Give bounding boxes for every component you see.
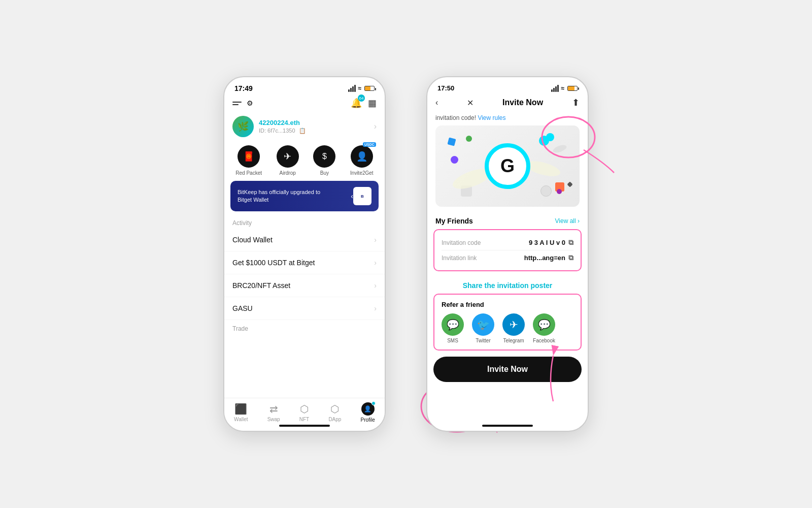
dapp-label: DApp: [328, 417, 341, 422]
qa-airdrop[interactable]: ✈ Airdrop: [277, 145, 299, 176]
nav-wallet[interactable]: ⬛ Wallet: [234, 403, 248, 422]
signal-icon-2: [551, 85, 559, 92]
grid-icon[interactable]: ▦: [368, 98, 377, 109]
phone-2: 17:50 ≈ ‹ ✕ Invit: [426, 76, 589, 432]
activity-gasu[interactable]: GASU ›: [224, 297, 385, 320]
invitation-link-value: http...ang=en ⧉: [524, 253, 573, 262]
social-row: 💬 SMS 🐦 Twitter ✈ Telegram 💬 Facebook: [442, 313, 573, 343]
nft-icon: ⬡: [300, 403, 309, 415]
page-title: Invite Now: [502, 98, 543, 107]
invitation-link-label: Invitation link: [442, 255, 477, 262]
invitation-code-row: Invitation code 9 3 A I U v 0 ⧉: [442, 235, 573, 250]
cloud-wallet-label: Cloud Wallet: [232, 236, 273, 244]
status-icons-1: ≈: [348, 85, 375, 92]
telegram-icon: ✈: [502, 313, 525, 336]
time-2: 17:50: [437, 84, 454, 92]
red-packet-label: Red Packet: [235, 170, 262, 176]
swap-label: Swap: [267, 417, 280, 422]
nav-dapp[interactable]: ⬡ DApp: [328, 403, 341, 422]
share-poster-button[interactable]: Share the invitation poster: [427, 277, 588, 294]
profile-dot: [371, 401, 376, 405]
copy-link-icon[interactable]: ⧉: [568, 253, 573, 262]
wallet-icon: ⬛: [234, 403, 247, 415]
airdrop-label: Airdrop: [280, 170, 296, 176]
chevron-icon: ›: [374, 281, 377, 290]
copy-icon[interactable]: 📋: [299, 128, 306, 134]
view-rules-link[interactable]: View rules: [478, 114, 505, 121]
notification-bell-icon[interactable]: 🔔 64: [351, 98, 362, 109]
profile-row[interactable]: 🌿 42200224.eth ID: 6f7c...1350 📋 ›: [224, 113, 385, 142]
upgrade-banner[interactable]: BitKeep has officially upgraded toBitget…: [230, 181, 379, 211]
activity-label: Activity: [224, 217, 385, 229]
app-header-1: ⚙ 🔔 64 ▦: [224, 96, 385, 113]
facebook-icon: 💬: [533, 313, 555, 336]
wallet-label: Wallet: [234, 417, 248, 422]
battery-icon-2: [567, 86, 578, 91]
profile-avatar-icon: 👤: [361, 402, 375, 416]
profile-info: 42200224.eth ID: 6f7c...1350 📋: [259, 119, 374, 134]
activity-cloud-wallet[interactable]: Cloud Wallet ›: [224, 229, 385, 251]
status-bar-1: 17:49 ≈: [224, 77, 385, 96]
chevron-right-icon: ›: [374, 122, 377, 131]
back-button[interactable]: ‹: [435, 98, 438, 107]
qa-invite2get[interactable]: 👤 USDC Invite2Get: [350, 145, 374, 176]
invite2get-label: Invite2Get: [350, 170, 374, 176]
activity-get-usdt[interactable]: Get $1000 USDT at Bitget ›: [224, 251, 385, 274]
my-friends-section: My Friends View all ›: [427, 213, 588, 229]
invitation-link-row: Invitation link http...ang=en ⧉: [442, 250, 573, 265]
chevron-icon: ›: [374, 236, 377, 244]
buy-icon: $: [313, 145, 335, 168]
bitget-logo: B: [353, 187, 371, 205]
menu-settings-button[interactable]: ⚙: [232, 99, 253, 107]
status-icons-2: ≈: [551, 85, 578, 92]
nav-nft[interactable]: ⬡ NFT: [299, 403, 309, 422]
red-packet-icon: 🧧: [238, 145, 260, 168]
trade-label: Trade: [224, 320, 385, 334]
get-usdt-label: Get $1000 USDT at Bitget: [232, 259, 315, 267]
swap-icon: ⇄: [269, 403, 278, 415]
facebook-label: Facebook: [533, 338, 555, 343]
status-bar-2: 17:50 ≈: [427, 77, 588, 95]
activity-brc20[interactable]: BRC20/NFT Asset ›: [224, 274, 385, 297]
view-all-link[interactable]: View all ›: [555, 217, 580, 225]
qa-buy[interactable]: $ Buy: [313, 145, 335, 176]
invitation-code-value: 9 3 A I U v 0 ⧉: [529, 238, 573, 247]
avatar: 🌿: [232, 116, 254, 137]
invitation-code-label: Invitation code: [442, 239, 481, 246]
social-facebook[interactable]: 💬 Facebook: [533, 313, 555, 343]
invitation-card: Invitation code 9 3 A I U v 0 ⧉ Invitati…: [433, 229, 582, 271]
refer-title: Refer a friend: [442, 301, 573, 308]
time-1: 17:49: [234, 84, 253, 92]
header-action-icons: 🔔 64 ▦: [351, 98, 377, 109]
sms-label: SMS: [447, 338, 458, 343]
wifi-icon: ≈: [358, 85, 361, 92]
nav-profile[interactable]: 👤 Profile: [361, 402, 375, 423]
invite-header: ‹ ✕ Invite Now ⬆: [427, 95, 588, 112]
social-twitter[interactable]: 🐦 Twitter: [472, 313, 494, 343]
dapp-icon: ⬡: [330, 403, 339, 415]
wifi-icon-2: ≈: [561, 85, 564, 92]
banner-text: BitKeep has officially upgraded toBitget…: [238, 188, 347, 204]
twitter-label: Twitter: [476, 338, 490, 343]
chevron-icon: ›: [374, 259, 377, 267]
refer-card: Refer a friend 💬 SMS 🐦 Twitter ✈ Telegra…: [433, 294, 582, 351]
nav-swap[interactable]: ⇄ Swap: [267, 403, 280, 422]
usdc-badge: USDC: [363, 142, 376, 147]
invite-illustration: G: [435, 125, 580, 207]
social-sms[interactable]: 💬 SMS: [442, 313, 464, 343]
social-telegram[interactable]: ✈ Telegram: [502, 313, 525, 343]
eth-id: ID: 6f7c...1350 📋: [259, 128, 374, 134]
telegram-label: Telegram: [503, 338, 524, 343]
qa-red-packet[interactable]: 🧧 Red Packet: [235, 145, 262, 176]
gasu-label: GASU: [232, 304, 253, 312]
brc20-label: BRC20/NFT Asset: [232, 281, 290, 290]
eth-address: 42200224.eth: [259, 119, 374, 126]
quick-actions: 🧧 Red Packet ✈ Airdrop $ Buy 👤 USDC In: [224, 142, 385, 181]
copy-code-icon[interactable]: ⧉: [568, 238, 573, 247]
share-button[interactable]: ⬆: [572, 97, 580, 108]
invite-now-button[interactable]: Invite Now: [433, 357, 582, 382]
close-button[interactable]: ✕: [467, 98, 473, 108]
notification-badge: 64: [358, 94, 365, 102]
phone-1: 17:49 ≈: [223, 76, 386, 432]
home-indicator: [279, 425, 330, 427]
